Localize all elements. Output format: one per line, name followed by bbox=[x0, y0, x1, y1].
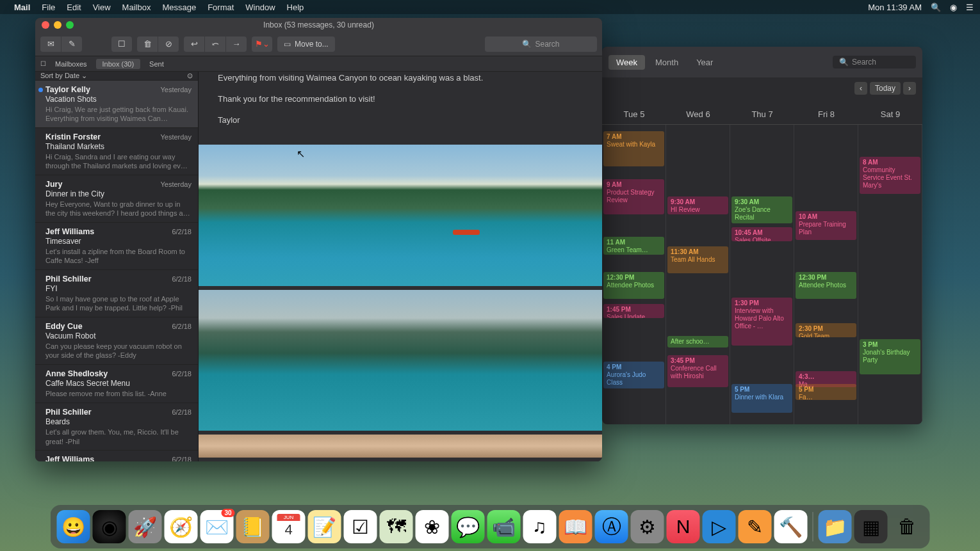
attachment-photo[interactable] bbox=[199, 290, 602, 431]
dock-reminders[interactable]: ☑ bbox=[344, 510, 377, 543]
forward-button[interactable]: → bbox=[226, 36, 247, 52]
calendar-today-button[interactable]: Today bbox=[870, 82, 901, 95]
dock-photos[interactable]: ❀ bbox=[416, 510, 449, 543]
calendar-event[interactable]: 12:30 PMAttendee Photos bbox=[796, 272, 856, 299]
notification-center-icon[interactable]: ☰ bbox=[966, 3, 974, 12]
menu-window[interactable]: Window bbox=[245, 3, 275, 12]
delete-button[interactable]: 🗑 bbox=[137, 36, 158, 52]
dock-keynote[interactable]: ▷ bbox=[703, 510, 736, 543]
dock-messages[interactable]: 💬 bbox=[452, 510, 485, 543]
sidebar-toggle-icon[interactable]: ☐ bbox=[40, 60, 46, 67]
archive-button[interactable]: ☐ bbox=[111, 36, 132, 52]
calendar-search[interactable]: 🔍 Search bbox=[833, 56, 916, 68]
tab-mailboxes[interactable]: Mailboxes bbox=[49, 59, 94, 69]
tab-inbox[interactable]: Inbox (30) bbox=[96, 59, 141, 69]
compose-button[interactable]: ✎ bbox=[61, 36, 82, 52]
dock-itunes[interactable]: ♫ bbox=[523, 510, 557, 543]
menu-message[interactable]: Message bbox=[162, 3, 196, 12]
dock-trash[interactable]: 🗑 bbox=[890, 510, 924, 543]
dock-safari[interactable]: 🧭 bbox=[165, 510, 198, 543]
sort-control[interactable]: Sort by Date ⌄ ⊙ bbox=[35, 72, 198, 81]
message-item[interactable]: Jeff Williams6/2/18SorryJust a heads up,… bbox=[35, 451, 198, 461]
dock-finder[interactable]: 😀 bbox=[57, 510, 90, 543]
calendar-event[interactable]: 10 AMPrepare Training Plan bbox=[796, 211, 856, 240]
attachment-photo[interactable] bbox=[199, 145, 602, 285]
mail-titlebar[interactable]: Inbox (53 messages, 30 unread) bbox=[35, 18, 602, 32]
calendar-event[interactable]: 10:45 AMSales Offsite bbox=[731, 227, 792, 241]
minimize-window-button[interactable] bbox=[54, 21, 61, 29]
dock-mail[interactable]: ✉️30 bbox=[200, 510, 234, 543]
calendar-view-year[interactable]: Year bbox=[689, 55, 721, 70]
calendar-event[interactable]: 1:45 PMSales Update bbox=[603, 304, 664, 318]
menu-mailbox[interactable]: Mailbox bbox=[122, 3, 151, 12]
filter-icon[interactable]: ⊙ bbox=[187, 72, 193, 80]
menubar-clock[interactable]: Mon 11:39 AM bbox=[868, 3, 922, 12]
calendar-event[interactable]: 5 PMFa… bbox=[796, 384, 856, 400]
dock-desktop-file[interactable]: ▦ bbox=[854, 510, 888, 543]
spotlight-icon[interactable]: 🔍 bbox=[931, 3, 941, 12]
menu-app-name[interactable]: Mail bbox=[14, 3, 30, 12]
calendar-day-column[interactable]: 7 AMSweat with Kayla9 AMProduct Strategy… bbox=[602, 125, 666, 424]
message-item[interactable]: Taylor KellyYesterdayVacation ShotsHi Cr… bbox=[35, 81, 198, 128]
calendar-event[interactable]: After schoo… bbox=[667, 336, 728, 347]
menu-file[interactable]: File bbox=[42, 3, 55, 12]
message-item[interactable]: JuryYesterdayDinner in the CityHey Every… bbox=[35, 175, 198, 223]
dock-news[interactable]: N bbox=[667, 510, 700, 543]
calendar-next-button[interactable]: › bbox=[903, 82, 916, 95]
calendar-event[interactable]: 4 PMAurora's Judo Class bbox=[603, 362, 664, 388]
reply-button[interactable]: ↩ bbox=[184, 36, 204, 52]
message-content-pane[interactable]: Everything from visiting Waimea Canyon t… bbox=[199, 72, 602, 461]
message-item[interactable]: Anne Shedlosky6/2/18Caffe Macs Secret Me… bbox=[35, 365, 198, 403]
calendar-prev-button[interactable]: ‹ bbox=[854, 82, 867, 95]
dock-pages[interactable]: ✎ bbox=[739, 510, 772, 543]
calendar-event[interactable]: 7 AMSweat with Kayla bbox=[603, 131, 664, 166]
menu-view[interactable]: View bbox=[93, 3, 111, 12]
dock-preferences[interactable]: ⚙ bbox=[631, 510, 664, 543]
calendar-day-column[interactable]: 10 AMPrepare Training Plan12:30 PMAttend… bbox=[794, 125, 858, 424]
message-item[interactable]: Eddy Cue6/2/18Vacuum RobotCan you please… bbox=[35, 317, 198, 365]
flag-button[interactable]: ⚑ ⌄ bbox=[252, 36, 272, 52]
menu-edit[interactable]: Edit bbox=[67, 3, 81, 12]
siri-menubar-icon[interactable]: ◉ bbox=[950, 3, 957, 12]
menu-help[interactable]: Help bbox=[287, 3, 304, 12]
dock-ibooks[interactable]: 📖 bbox=[559, 510, 592, 543]
calendar-event[interactable]: 1:30 PMInterview with Howard Palo Alto O… bbox=[731, 298, 792, 346]
message-item[interactable]: Kristin ForsterYesterdayThailand Markets… bbox=[35, 128, 198, 175]
calendar-day-column[interactable]: 9:30 AMHI Review11:30 AMTeam All HandsAf… bbox=[666, 125, 730, 424]
calendar-event[interactable]: 12:30 PMAttendee Photos bbox=[603, 272, 664, 299]
message-item[interactable]: Jeff Williams6/2/18TimesaverLet's instal… bbox=[35, 223, 198, 270]
calendar-event[interactable]: 9:30 AMZoe's Dance Recital bbox=[731, 196, 792, 223]
calendar-event[interactable]: 9 AMProduct Strategy Review bbox=[603, 179, 664, 214]
calendar-event[interactable]: 5 PMDinner with Klara bbox=[731, 384, 792, 413]
move-to-button[interactable]: ▭ Move to... bbox=[277, 36, 335, 52]
dock-launchpad[interactable]: 🚀 bbox=[129, 510, 162, 543]
calendar-event[interactable]: 2:30 PMGold Team… bbox=[796, 323, 856, 337]
calendar-event[interactable]: 9:30 AMHI Review bbox=[667, 196, 728, 214]
menu-format[interactable]: Format bbox=[208, 3, 234, 12]
message-item[interactable]: Phil Schiller6/2/18BeardsLet's all grow … bbox=[35, 403, 198, 451]
tab-sent[interactable]: Sent bbox=[143, 59, 170, 69]
dock-facetime[interactable]: 📹 bbox=[487, 510, 521, 543]
dock-appstore[interactable]: Ⓐ bbox=[595, 510, 628, 543]
message-item[interactable]: Phil Schiller6/2/18FYISo I may have gone… bbox=[35, 270, 198, 317]
calendar-day-column[interactable]: 9:30 AMZoe's Dance Recital10:45 AMSales … bbox=[730, 125, 794, 424]
dock-maps[interactable]: 🗺 bbox=[380, 510, 413, 543]
close-window-button[interactable] bbox=[42, 21, 49, 29]
calendar-event[interactable]: 3 PMJonah's Birthday Party bbox=[860, 339, 920, 374]
zoom-window-button[interactable] bbox=[66, 21, 74, 29]
dock-notes[interactable]: 📝 bbox=[308, 510, 341, 543]
dock-siri[interactable]: ◉ bbox=[93, 510, 126, 543]
calendar-view-month[interactable]: Month bbox=[648, 55, 686, 70]
calendar-event[interactable]: 11 AMGreen Team… bbox=[603, 237, 664, 255]
dock-contacts[interactable]: 📒 bbox=[236, 510, 270, 543]
calendar-day-column[interactable]: 8 AMCommunity Service Event St. Mary's3 … bbox=[858, 125, 922, 424]
calendar-event[interactable]: 3:45 PMConference Call with Hiroshi bbox=[667, 355, 728, 387]
reply-all-button[interactable]: ⤺ bbox=[205, 36, 225, 52]
get-mail-button[interactable]: ✉ bbox=[40, 36, 61, 52]
calendar-grid[interactable]: 7 AMSweat with Kayla9 AMProduct Strategy… bbox=[602, 125, 922, 424]
junk-button[interactable]: ⊘ bbox=[158, 36, 179, 52]
attachment-photo[interactable] bbox=[199, 435, 602, 458]
dock-calendar[interactable]: JUN4 bbox=[272, 510, 306, 543]
message-list[interactable]: Sort by Date ⌄ ⊙ Taylor KellyYesterdayVa… bbox=[35, 72, 199, 461]
calendar-event[interactable]: 8 AMCommunity Service Event St. Mary's bbox=[860, 157, 920, 194]
